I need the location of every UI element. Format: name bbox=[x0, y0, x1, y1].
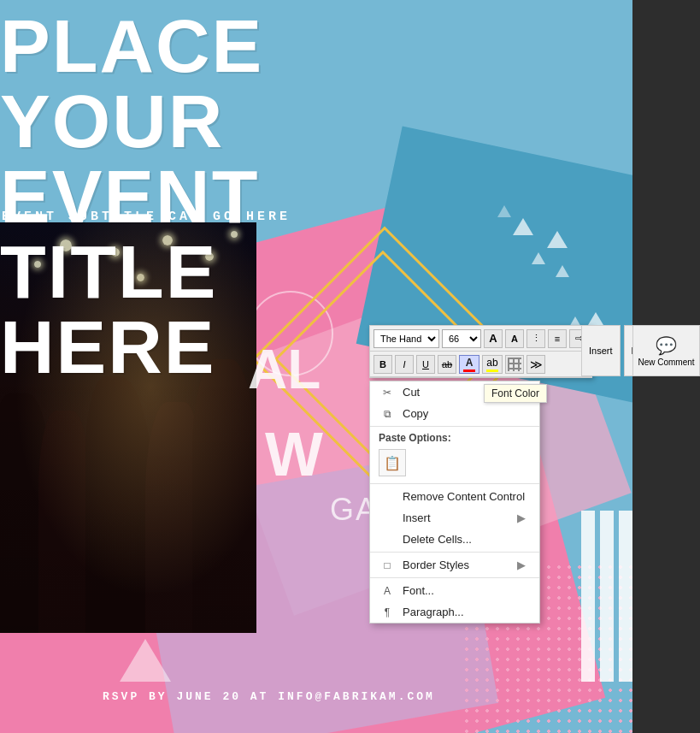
context-menu: ✂ Cut ⧉ Copy Paste Options: 📋 Remove Con… bbox=[369, 381, 540, 624]
formatting-toolbar: The Hand 66 A A ⋮ ≡ ⇨ B I U ab A ab ≫ bbox=[369, 325, 592, 378]
copy-menu-item[interactable]: ⧉ Copy bbox=[370, 403, 539, 424]
new-comment-label: New Comment bbox=[638, 358, 694, 367]
triangle-deco-5 bbox=[497, 205, 511, 217]
triangle-deco-1 bbox=[547, 231, 568, 248]
title-line2: EVENT TITLE bbox=[0, 154, 259, 314]
separator-2 bbox=[370, 483, 539, 484]
new-comment-button[interactable]: 💬 New Comment bbox=[632, 325, 700, 376]
delete-cells-label: Delete Cells... bbox=[403, 533, 472, 546]
font-menu-item[interactable]: A Font... bbox=[370, 580, 539, 601]
bullets-button[interactable]: ⋮ bbox=[526, 329, 545, 348]
copy-icon: ⧉ bbox=[379, 408, 396, 420]
paragraph-menu-item[interactable]: ¶ Paragraph... bbox=[370, 601, 539, 623]
insert-button[interactable]: Insert bbox=[581, 325, 621, 376]
delete-cells-item[interactable]: Delete Cells... bbox=[370, 529, 539, 550]
toolbar-mid-row: B I U ab A ab ≫ bbox=[370, 352, 591, 377]
paste-icons-row: 📋 bbox=[370, 447, 539, 482]
bold-button[interactable]: B bbox=[374, 355, 392, 374]
underline-button[interactable]: U bbox=[416, 355, 435, 374]
paragraph-icon: ¶ bbox=[379, 606, 396, 618]
font-icon: A bbox=[379, 585, 396, 597]
paragraph-label: Paragraph... bbox=[403, 606, 464, 618]
copy-label: Copy bbox=[403, 407, 428, 420]
insert-arrow: ▶ bbox=[517, 511, 526, 524]
poster-text-w: W bbox=[265, 419, 323, 489]
font-grow-button[interactable]: A bbox=[484, 329, 503, 348]
separator-3 bbox=[370, 552, 539, 553]
table-grid-button[interactable] bbox=[505, 355, 524, 374]
italic-button[interactable]: I bbox=[395, 355, 414, 374]
font-shrink-button[interactable]: A bbox=[505, 329, 524, 348]
triangle-bottom-left bbox=[120, 639, 171, 682]
remove-content-control-item[interactable]: Remove Content Control bbox=[370, 486, 539, 507]
strikethrough-button[interactable]: ab bbox=[438, 355, 456, 374]
triangle-deco-4 bbox=[513, 218, 533, 235]
cut-label: Cut bbox=[403, 386, 420, 399]
paste-icon-1[interactable]: 📋 bbox=[379, 449, 406, 476]
border-styles-label: Border Styles bbox=[403, 559, 469, 571]
poster-text-all: AL bbox=[248, 342, 321, 397]
triangle-deco-2 bbox=[532, 252, 545, 264]
border-styles-icon: □ bbox=[379, 559, 396, 571]
font-name-select[interactable]: The Hand bbox=[374, 329, 439, 348]
font-color-button[interactable]: A bbox=[459, 355, 479, 374]
font-label: Font... bbox=[403, 584, 434, 597]
triangle-deco-3 bbox=[556, 265, 569, 277]
insert-menu-item[interactable]: Insert ▶ bbox=[370, 507, 539, 529]
separator-4 bbox=[370, 577, 539, 578]
cut-menu-item[interactable]: ✂ Cut bbox=[370, 381, 539, 403]
more-options-button[interactable]: ≫ bbox=[526, 355, 545, 374]
toolbar-top-row: The Hand 66 A A ⋮ ≡ ⇨ bbox=[370, 326, 591, 352]
numbering-button[interactable]: ≡ bbox=[548, 329, 567, 348]
remove-content-control-label: Remove Content Control bbox=[403, 490, 525, 503]
separator-1 bbox=[370, 426, 539, 427]
title-line3: HERE bbox=[0, 304, 216, 389]
title-line1: PLACE YOUR bbox=[0, 3, 263, 163]
poster-subtitle: EVENT SUBTITLE CAN GO HERE bbox=[2, 210, 291, 224]
paste-options-label: Paste Options: bbox=[370, 429, 539, 447]
highlight-color-button[interactable]: ab bbox=[482, 355, 503, 374]
poster-rsvp: RSVP BY JUNE 20 AT INFO@FABRIKAM.COM bbox=[103, 690, 435, 703]
stripes-decoration bbox=[581, 511, 632, 682]
font-size-select[interactable]: 66 bbox=[442, 329, 481, 348]
border-styles-item[interactable]: □ Border Styles ▶ bbox=[370, 554, 539, 576]
cut-icon: ✂ bbox=[379, 387, 396, 399]
border-styles-arrow: ▶ bbox=[517, 559, 526, 571]
insert-label: Insert bbox=[403, 511, 431, 524]
